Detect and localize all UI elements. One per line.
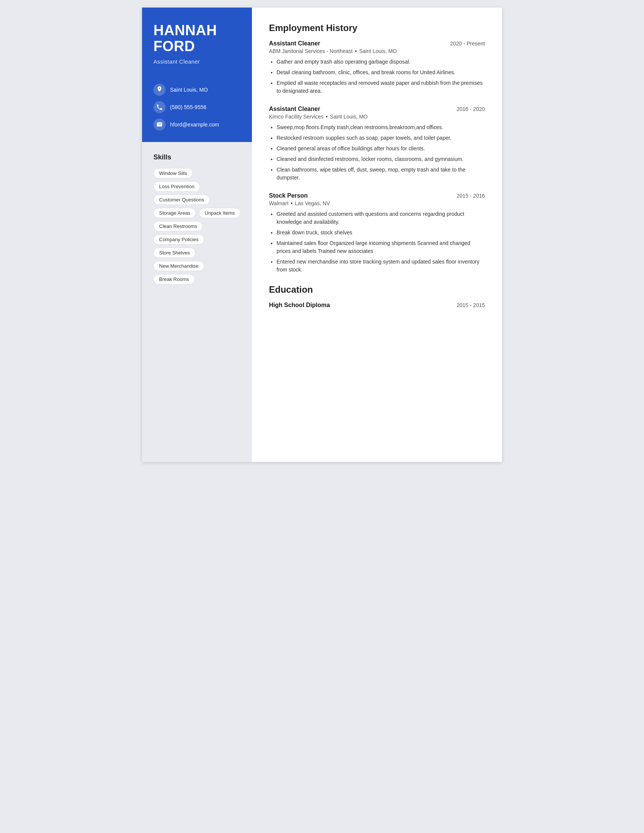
company-separator: • (326, 114, 328, 120)
sidebar-header: HANNAH FORD Assistant Cleaner (142, 8, 252, 76)
edu-dates: 2015 - 2015 (456, 302, 485, 308)
job-dates: 2020 - Present (450, 40, 485, 47)
education-block: High School Diploma2015 - 2015 (269, 302, 485, 309)
bullet-item: Cleaned and disinfected restrooms, locke… (277, 155, 485, 163)
skill-tags-container: Window SillsLoss PreventionCustomer Ques… (153, 168, 241, 285)
skill-tag: Window Sills (153, 168, 193, 178)
location-text: Saint Louis, MO (170, 87, 208, 93)
bullet-item: Emptied all waste receptacles and remove… (277, 79, 485, 95)
phone-icon (153, 101, 166, 113)
person-name: HANNAH FORD (153, 23, 241, 55)
phone-item: (580) 555-9556 (153, 101, 241, 113)
bullet-item: Entered new merchandise into store track… (277, 258, 485, 274)
company-location: Las Vegas, NV (295, 200, 330, 206)
bullet-item: Break down truck, stock shelves (277, 229, 485, 236)
skill-tag: Store Shelves (153, 248, 195, 258)
company-location: Saint Louis, MO (359, 48, 397, 54)
job-dates: 2016 - 2020 (456, 106, 485, 112)
skills-section: Skills Window SillsLoss PreventionCustom… (142, 142, 252, 462)
email-icon (153, 119, 166, 130)
bullet-item: Restocked restroom supplies such as soap… (277, 134, 485, 142)
main-content: Employment History Assistant Cleaner2020… (252, 8, 502, 462)
first-name: HANNAH (153, 23, 217, 38)
company-name: ABM Janitorial Services - Northeast (269, 48, 353, 54)
bullet-item: Sweep,mop floors.Empty trash,clean restr… (277, 124, 485, 131)
skill-tag: Storage Areas (153, 208, 196, 218)
location-icon (153, 84, 166, 96)
job-company: Walmart • Las Vegas, NV (269, 200, 485, 206)
company-separator: • (291, 200, 293, 206)
job-header: Assistant Cleaner2020 - Present (269, 40, 485, 47)
skill-tag: Company Policies (153, 234, 204, 244)
company-name: Walmart (269, 200, 289, 206)
employment-heading: Employment History (269, 23, 485, 33)
skill-tag: Clean Restrooms (153, 221, 203, 232)
job-title: Stock Person (269, 192, 308, 199)
degree-title: High School Diploma (269, 302, 330, 309)
job-dates: 2015 - 2016 (456, 193, 485, 199)
bullet-item: Cleaned general areas of office building… (277, 145, 485, 153)
phone-text: (580) 555-9556 (170, 104, 206, 110)
job-bullets: Gather and empty trash also operating ga… (269, 58, 485, 95)
bullet-item: Detail cleaning bathroom, clinic, office… (277, 69, 485, 77)
email-text: hford@example.com (170, 122, 219, 128)
job-bullets: Greeted and assisted customers with ques… (269, 210, 485, 274)
job-company: ABM Janitorial Services - Northeast • Sa… (269, 48, 485, 54)
job-title: Assistant Cleaner (269, 106, 320, 113)
company-separator: • (355, 48, 357, 54)
last-name: FORD (153, 38, 195, 54)
skill-tag: Customer Questions (153, 195, 210, 205)
location-item: Saint Louis, MO (153, 84, 241, 96)
email-item: hford@example.com (153, 119, 241, 130)
bullet-item: Maintained sales floor Organized large i… (277, 239, 485, 255)
skill-tag: Loss Prevention (153, 182, 200, 191)
skills-heading: Skills (153, 153, 241, 161)
company-location: Saint Louis, MO (330, 114, 368, 120)
jobs-container: Assistant Cleaner2020 - PresentABM Janit… (269, 40, 485, 274)
resume-container: HANNAH FORD Assistant Cleaner Saint Loui… (142, 8, 502, 462)
person-title: Assistant Cleaner (153, 58, 241, 65)
bullet-item: Gather and empty trash also operating ga… (277, 58, 485, 66)
job-bullets: Sweep,mop floors.Empty trash,clean restr… (269, 124, 485, 182)
job-block: Assistant Cleaner2016 - 2020Kimco Facili… (269, 106, 485, 182)
job-header: Assistant Cleaner2016 - 2020 (269, 106, 485, 113)
job-block: Assistant Cleaner2020 - PresentABM Janit… (269, 40, 485, 95)
skill-tag: Break Rooms (153, 274, 195, 285)
job-header: Stock Person2015 - 2016 (269, 192, 485, 199)
job-company: Kimco Facility Services • Saint Louis, M… (269, 114, 485, 120)
skill-tag: New Merchandise (153, 261, 204, 271)
job-title: Assistant Cleaner (269, 40, 320, 47)
company-name: Kimco Facility Services (269, 114, 324, 120)
skill-tag: Unpack Items (199, 208, 240, 218)
sidebar: HANNAH FORD Assistant Cleaner Saint Loui… (142, 8, 252, 462)
bullet-item: Greeted and assisted customers with ques… (277, 210, 485, 226)
contact-section: Saint Louis, MO (580) 555-9556 hford@exa… (142, 76, 252, 142)
education-heading: Education (269, 285, 485, 295)
bullet-item: Clean bathrooms, wipe tables off, dust, … (277, 166, 485, 182)
education-container: High School Diploma2015 - 2015 (269, 302, 485, 309)
job-block: Stock Person2015 - 2016Walmart • Las Veg… (269, 192, 485, 274)
